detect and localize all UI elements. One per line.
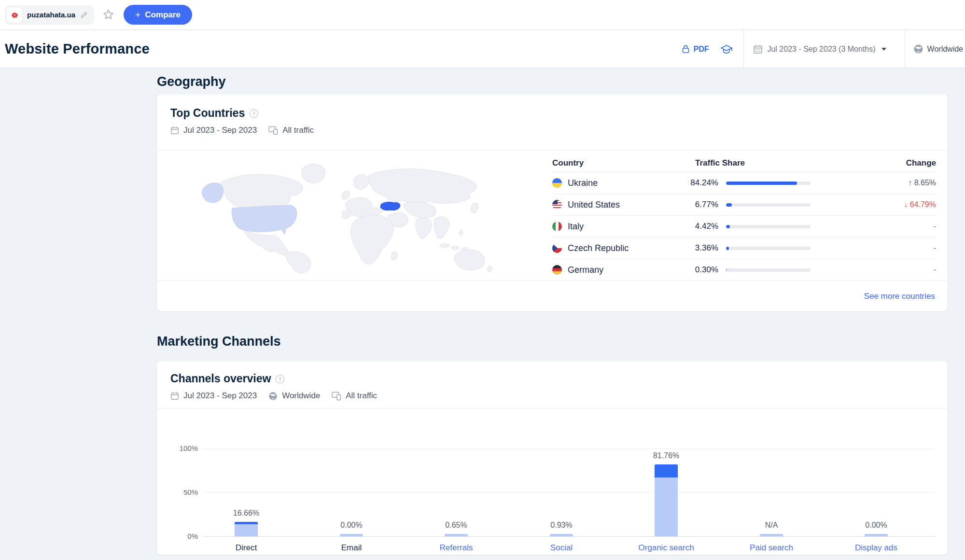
channels-meta: Jul 2023 - Sep 2023 Worldwide All traffi… [170, 391, 934, 401]
devices-icon [268, 126, 278, 135]
bar-organic-search[interactable] [655, 464, 678, 536]
bar-social[interactable] [550, 534, 573, 536]
change-value: - [811, 244, 936, 252]
map-new-zealand [487, 266, 492, 272]
academy-cap-icon[interactable] [720, 43, 733, 55]
flag-icon-us [552, 200, 562, 210]
info-icon[interactable] [276, 375, 284, 383]
globe-icon [268, 392, 278, 401]
column-header-country: Country [552, 158, 695, 168]
country-name: Ukraine [568, 178, 675, 188]
region-value: Worldwide [927, 45, 963, 54]
traffic-share-bar [726, 225, 811, 228]
countries-table-header: Country Traffic Share Change [552, 154, 936, 172]
country-name: Italy [568, 222, 675, 232]
map-scandinavia [354, 175, 368, 189]
x-axis-label-email: Email [308, 543, 395, 553]
x-axis-label-organic-search[interactable]: Organic search [623, 543, 710, 553]
traffic-share-value: 3.36% [675, 243, 718, 253]
y-axis-tick: 50% [167, 488, 198, 496]
date-range-picker[interactable]: Jul 2023 - Sep 2023 (3 Months) [744, 44, 894, 54]
y-axis-tick: 0% [167, 532, 198, 540]
channels-card-header: Channels overview Jul 2023 - Sep 2023 Wo… [157, 361, 948, 409]
globe-icon [913, 44, 923, 54]
change-value: ↓ 64.79% [811, 200, 936, 209]
region-picker[interactable]: Worldwide [905, 44, 965, 54]
chevron-down-icon [881, 48, 886, 51]
bar-value-label: 0.00% [318, 521, 385, 530]
favorite-star-icon[interactable] [102, 8, 115, 21]
column-header-traffic-share: Traffic Share [695, 158, 878, 168]
column-header-change: Change [878, 158, 936, 168]
top-countries-card-header: Top Countries Jul 2023 - Sep 2023 All tr… [157, 94, 948, 150]
bar-email[interactable] [340, 534, 363, 536]
channels-overview-title: Channels overview [170, 372, 271, 385]
map-uk [342, 191, 350, 199]
x-axis-label-social[interactable]: Social [518, 543, 605, 553]
flag-icon-it [552, 222, 562, 231]
export-pdf-button[interactable]: PDF [682, 44, 709, 54]
flag-icon-cz [552, 243, 562, 253]
traffic-share-value: 6.77% [675, 200, 718, 210]
card-traffic-filter: All traffic [282, 126, 314, 135]
map-india [416, 218, 432, 239]
domain-name: puzatahata.ua [27, 11, 75, 19]
x-axis-label-direct: Direct [203, 543, 290, 553]
traffic-share-value: 84.24% [675, 178, 718, 188]
flag-icon-de [552, 265, 562, 275]
site-favicon [7, 7, 22, 23]
chart-gridline [203, 536, 935, 537]
country-name: Germany [568, 265, 675, 275]
bar-value-label: 0.65% [422, 521, 490, 530]
page-header: Website Performance PDF Jul 2023 - Sep 2… [0, 30, 965, 68]
bar-referrals[interactable] [445, 534, 468, 536]
channels-chart: 100%50%0%16.66%Direct0.00%Email0.65%Refe… [157, 409, 948, 554]
plus-icon: + [135, 10, 140, 19]
map-russia-asia [368, 168, 476, 203]
bar-top-segment [655, 464, 678, 477]
bar-paid-search[interactable] [760, 534, 783, 536]
x-axis-label-referrals[interactable]: Referrals [413, 543, 500, 553]
lock-icon [682, 44, 690, 54]
chart-gridline [203, 448, 935, 449]
top-countries-meta: Jul 2023 - Sep 2023 All traffic [170, 126, 934, 135]
top-countries-footer: See more countries [157, 280, 948, 311]
map-africa [351, 215, 393, 264]
map-iberia [342, 210, 351, 218]
marketing-section-heading: Marketing Channels [157, 333, 965, 350]
x-axis-label-display-ads[interactable]: Display ads [833, 543, 920, 553]
card-date-range: Jul 2023 - Sep 2023 [183, 391, 257, 401]
edit-pencil-icon[interactable] [80, 11, 88, 19]
map-philippines [459, 230, 463, 236]
x-axis-label-paid-search[interactable]: Paid search [728, 543, 815, 553]
bar-value-label: 0.00% [842, 521, 910, 530]
date-range-value: Jul 2023 - Sep 2023 (3 Months) [767, 45, 875, 54]
map-east-asia [404, 202, 436, 218]
bar-display-ads[interactable] [865, 534, 888, 536]
table-row: United States6.77%↓ 64.79% [552, 194, 936, 215]
map-alaska-highlight [202, 183, 223, 203]
traffic-share-bar [726, 182, 811, 185]
geography-section-heading: Geography [157, 73, 965, 90]
change-value: ↑ 8.65% [811, 179, 936, 187]
traffic-share-bar [726, 203, 811, 207]
change-value: - [811, 222, 936, 231]
compare-button[interactable]: + Compare [124, 5, 192, 25]
bar-direct[interactable] [235, 522, 258, 536]
info-icon[interactable] [250, 109, 258, 118]
world-map[interactable] [157, 151, 514, 280]
traffic-share-value: 4.42% [675, 222, 718, 231]
top-countries-title: Top Countries [170, 107, 245, 120]
see-more-countries-link[interactable]: See more countries [864, 292, 935, 301]
countries-table-body: Ukraine84.24%↑ 8.65%United States6.77%↓ … [552, 172, 936, 280]
table-row: Czech Republic3.36%- [552, 237, 936, 259]
domain-pill[interactable]: puzatahata.ua [5, 5, 94, 25]
bar-value-label: 81.76% [632, 451, 700, 460]
map-europe [346, 197, 383, 217]
table-row: Italy4.42%- [552, 215, 936, 237]
compare-button-label: Compare [145, 10, 181, 20]
map-australia [454, 250, 485, 270]
map-united-states-highlight [232, 205, 297, 235]
traffic-share-bar [726, 268, 811, 272]
countries-table: Country Traffic Share Change Ukraine84.2… [552, 151, 936, 280]
